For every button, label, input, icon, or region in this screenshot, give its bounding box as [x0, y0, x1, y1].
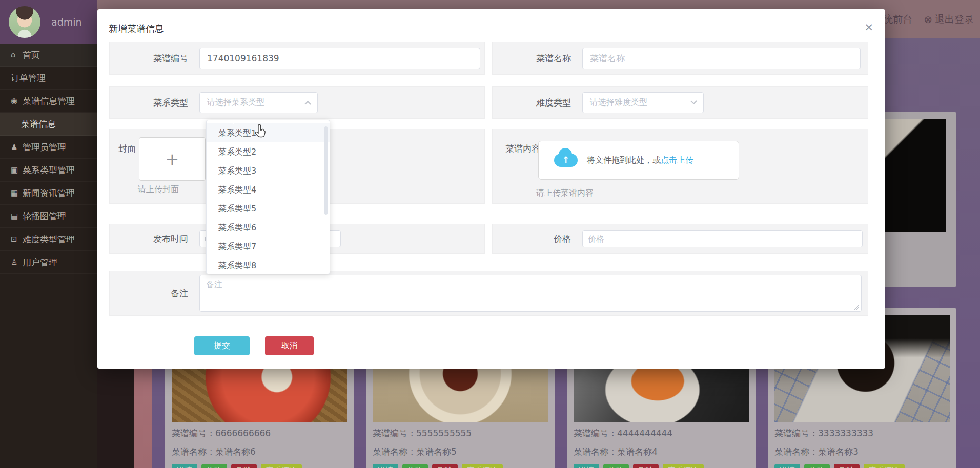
recipe-id-line: 菜谱编号：4444444444 — [574, 426, 749, 440]
dropdown-scrollbar[interactable] — [324, 126, 328, 215]
sidebar-item-user-mgmt[interactable]: ♙ 用户管理 — [0, 251, 97, 274]
sidebar-item-label: 首页 — [23, 49, 40, 61]
view-comments-button[interactable]: 查看评论 — [663, 464, 704, 468]
delete-button[interactable]: 删除 — [633, 464, 659, 468]
sidebar-item-label: 菜谱信息 — [21, 118, 56, 130]
cuisine-type-label: 菜系类型 — [110, 97, 199, 109]
remark-textarea[interactable] — [199, 275, 862, 312]
edit-button[interactable]: 修改 — [201, 464, 227, 468]
field-recipe-name: 菜谱名称 — [492, 42, 868, 75]
dropdown-option[interactable]: 菜系类型2 — [207, 142, 330, 161]
recipe-name-label: 菜谱名称： — [373, 446, 416, 457]
recipe-content-hint: 请上传菜谱内容 — [536, 188, 594, 199]
price-input[interactable] — [582, 230, 863, 247]
recipe-content-label: 菜谱内容 — [505, 143, 540, 155]
detail-button[interactable]: 详情 — [574, 464, 599, 468]
dropdown-option[interactable]: 菜系类型8 — [207, 256, 330, 274]
recipe-name-line: 菜谱名称：菜谱名称5 — [373, 444, 548, 459]
resize-handle[interactable] — [853, 305, 859, 310]
recipe-name-label: 菜谱名称： — [774, 446, 818, 457]
publish-time-label: 发布时间 — [110, 233, 199, 245]
logout-link[interactable]: ⊗ 退出登录 — [924, 13, 974, 26]
edit-button[interactable]: 修改 — [804, 464, 830, 468]
difficulty-type-placeholder: 请选择难度类型 — [590, 97, 689, 108]
sidebar-item-orders[interactable]: 订单管理 — [0, 67, 97, 90]
delete-button[interactable]: 删除 — [231, 464, 257, 468]
plus-icon: + — [166, 150, 179, 169]
recipe-no-input[interactable] — [199, 48, 480, 69]
view-comments-button[interactable]: 查看评论 — [864, 464, 905, 468]
recipe-id-line: 菜谱编号：5555555555 — [373, 426, 548, 440]
sidebar-nav: ⌂ 首页 订单管理 ◉ 菜谱信息管理 菜谱信息 ♟ 管理员管理 ▣ 菜系类型管理 — [0, 44, 97, 274]
close-icon[interactable]: × — [864, 20, 873, 33]
sidebar-item-label: 管理员管理 — [23, 141, 66, 153]
cover-upload-hint: 请上传封面 — [138, 184, 179, 195]
sidebar-item-carousel-mgmt[interactable]: ▤ 轮播图管理 — [0, 205, 97, 228]
cuisine-type-dropdown: 菜系类型1 菜系类型2 菜系类型3 菜系类型4 菜系类型5 菜系类型6 菜系类型… — [206, 120, 330, 274]
recipe-name-label: 菜谱名称： — [172, 446, 215, 457]
dropdown-option[interactable]: 菜系类型6 — [207, 218, 330, 237]
detail-button[interactable]: 详情 — [373, 464, 398, 468]
view-comments-button[interactable]: 查看评论 — [261, 464, 302, 468]
edit-button[interactable]: 修改 — [402, 464, 428, 468]
edit-button[interactable]: 修改 — [603, 464, 629, 468]
detail-button[interactable]: 详情 — [172, 464, 197, 468]
recipe-id-label: 菜谱编号： — [574, 428, 617, 438]
recipe-name-value: 菜谱名称3 — [818, 446, 859, 457]
logout-icon: ⊗ — [924, 14, 932, 25]
modal-title: 新增菜谱信息 — [109, 23, 164, 35]
delete-button[interactable]: 删除 — [432, 464, 458, 468]
sidebar-item-recipe-info[interactable]: 菜谱信息 — [0, 113, 97, 136]
difficulty-type-select[interactable]: 请选择难度类型 — [582, 92, 704, 113]
dropdown-option[interactable]: 菜系类型5 — [207, 199, 330, 218]
sidebar-item-label: 新闻资讯管理 — [23, 187, 75, 199]
recipe-name-value: 菜谱名称6 — [215, 446, 256, 457]
dropdown-option[interactable]: 菜系类型7 — [207, 237, 330, 256]
sidebar-item-recipe-mgmt[interactable]: ◉ 菜谱信息管理 — [0, 90, 97, 113]
recipe-name-label: 菜谱名称： — [574, 446, 617, 457]
dropdown-option[interactable]: 菜系类型3 — [207, 161, 330, 180]
sidebar-item-label: 菜谱信息管理 — [23, 95, 75, 107]
sidebar-item-label: 用户管理 — [23, 257, 57, 268]
field-price: 价格 — [492, 224, 868, 254]
recipe-name-line: 菜谱名称：菜谱名称3 — [774, 444, 950, 459]
cover-upload-box[interactable]: + — [139, 137, 206, 181]
news-mgmt-icon: ▦ — [11, 188, 21, 198]
view-comments-button[interactable]: 查看评论 — [462, 464, 503, 468]
logout-label: 退出登录 — [935, 13, 974, 26]
recipe-name-line: 菜谱名称：菜谱名称4 — [574, 444, 749, 459]
avatar — [9, 6, 40, 38]
dropdown-option[interactable]: 菜系类型1 — [207, 123, 330, 142]
recipe-id-value: 4444444444 — [617, 428, 672, 438]
recipe-id-value: 3333333333 — [818, 428, 873, 438]
dropdown-option[interactable]: 菜系类型4 — [207, 180, 330, 199]
difficulty-type-label: 难度类型 — [493, 97, 582, 109]
field-difficulty-type: 难度类型 请选择难度类型 — [492, 86, 868, 119]
click-upload-link[interactable]: 点击上传 — [661, 155, 693, 166]
sidebar-item-label: 订单管理 — [11, 72, 46, 84]
cuisine-type-select[interactable]: 请选择菜系类型 — [199, 92, 318, 113]
sidebar-item-news-mgmt[interactable]: ▦ 新闻资讯管理 — [0, 182, 97, 205]
recipe-id-label: 菜谱编号： — [172, 428, 215, 438]
sidebar-item-difficulty-mgmt[interactable]: ⊡ 难度类型管理 — [0, 228, 97, 251]
recipe-card-actions: 详情 修改 删除 查看评论 — [774, 464, 950, 468]
cuisine-mgmt-icon: ▣ — [11, 165, 21, 175]
upload-cloud-icon: ↑ — [554, 154, 578, 167]
sidebar-user-area: admin — [0, 0, 97, 44]
submit-button[interactable]: 提交 — [194, 336, 250, 355]
recipe-name-line: 菜谱名称：菜谱名称6 — [172, 444, 347, 459]
top-bar-right: 系统前台 ⊗ 退出登录 — [873, 0, 974, 38]
field-recipe-no: 菜谱编号 — [109, 42, 485, 75]
recipe-content-upload-box[interactable]: ↑ 将文件拖到此处，或点击上传 — [538, 141, 739, 180]
recipe-id-label: 菜谱编号： — [774, 428, 818, 438]
delete-button[interactable]: 删除 — [834, 464, 860, 468]
detail-button[interactable]: 详情 — [774, 464, 800, 468]
recipe-card-actions: 详情 修改 删除 查看评论 — [574, 464, 749, 468]
sidebar-item-home[interactable]: ⌂ 首页 — [0, 44, 97, 67]
recipe-name-input[interactable] — [582, 48, 861, 69]
cancel-button[interactable]: 取消 — [265, 336, 314, 355]
user-mgmt-icon: ♙ — [11, 258, 21, 267]
sidebar-item-cuisine-mgmt[interactable]: ▣ 菜系类型管理 — [0, 159, 97, 182]
difficulty-mgmt-icon: ⊡ — [11, 235, 21, 244]
sidebar-item-admin-mgmt[interactable]: ♟ 管理员管理 — [0, 136, 97, 159]
